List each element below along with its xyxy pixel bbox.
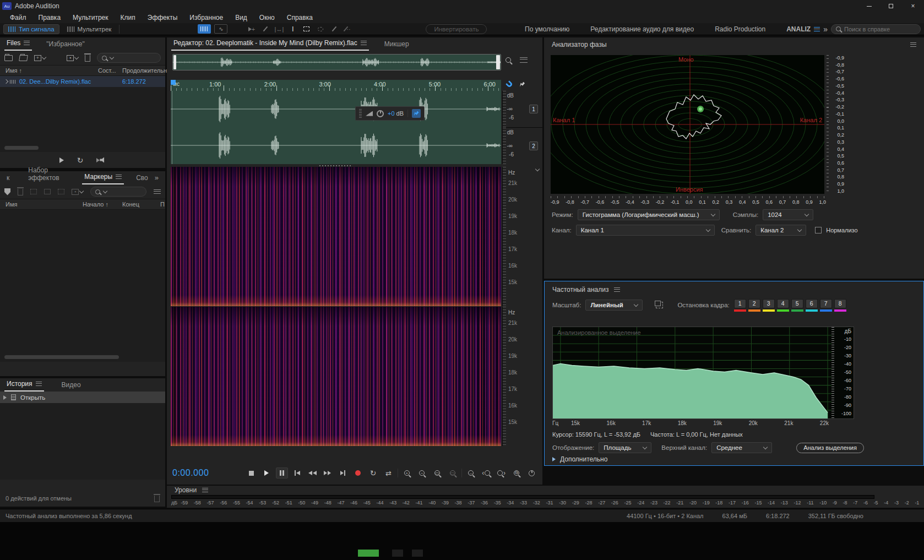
multitrack-mode-button[interactable]: Мультитрек [63, 24, 116, 34]
spot-healing-tool-button[interactable]: ·· [343, 25, 353, 34]
advanced-label[interactable]: Дополнительно [560, 455, 607, 463]
hold-frame-button[interactable]: 2 [748, 299, 760, 312]
menu-item[interactable]: Избранное [184, 13, 229, 23]
workspace-overflow-chevrons[interactable]: » [823, 25, 828, 34]
file-name[interactable]: 02. Dee...Dilby Remix).flac [19, 78, 91, 85]
channel-1-button[interactable]: 1 [529, 105, 538, 113]
channel-2-button[interactable]: 2 [529, 142, 538, 150]
tab-history[interactable]: История [4, 380, 44, 392]
insert-into-session-icon[interactable] [44, 189, 51, 194]
db-scale-channel-2[interactable]: dB -∞ -6 2 [502, 127, 542, 164]
display-options-icon[interactable] [520, 57, 528, 63]
tab-editor[interactable]: Редактор: 02. Deeplomatik - Inside My Mi… [171, 39, 369, 51]
taskbar-icon[interactable] [358, 550, 379, 557]
waveform-mode-button[interactable]: Тип сигнала [3, 24, 59, 34]
invert-button[interactable]: Инвертировать [426, 24, 487, 34]
workspace-analiz-active[interactable]: ANALIZ [786, 25, 811, 33]
skip-to-start-button[interactable] [291, 467, 303, 479]
export-markers-icon[interactable] [58, 189, 64, 194]
normalize-checkbox[interactable] [815, 227, 822, 233]
slip-tool-button[interactable]: |↔| [274, 25, 284, 34]
hold-frame-button[interactable]: 6 [806, 299, 818, 312]
compare-dropdown[interactable]: Канал 2 [755, 225, 806, 236]
markers-col-name[interactable]: Имя [0, 201, 17, 208]
zoom-out-time-button[interactable]: − [416, 467, 428, 479]
panel-menu-icon[interactable] [202, 488, 208, 492]
scale-dropdown-icon[interactable] [535, 167, 540, 171]
snapshot-icon[interactable] [656, 302, 663, 308]
taskbar-icon[interactable] [412, 550, 423, 557]
advanced-disclosure-icon[interactable] [552, 457, 556, 461]
close-button[interactable]: × [902, 0, 924, 12]
menu-item[interactable]: Вид [230, 13, 253, 23]
menu-item[interactable]: Мультитрек [67, 13, 113, 23]
files-col-duration[interactable]: Продолжительн. [122, 67, 169, 74]
tab-mixer[interactable]: Микшер [382, 40, 411, 51]
zoom-reset-button[interactable]: ⧉ [510, 467, 523, 479]
menu-item[interactable]: Правка [33, 13, 67, 23]
batch-icon[interactable]: ▪ [72, 189, 83, 195]
markers-column-header[interactable]: Имя Начало ↑ Конец П [0, 199, 165, 210]
samples-dropdown[interactable]: 1024 [763, 209, 813, 220]
new-file-button[interactable]: + [34, 55, 46, 61]
tab-markers[interactable]: Маркеры [82, 173, 124, 184]
marquee-selection-tool-button[interactable] [301, 25, 312, 34]
panel-menu-icon[interactable] [614, 287, 620, 292]
scale-dropdown[interactable]: Линейный [585, 300, 643, 311]
hz-scale-channel-1[interactable]: Hz 21k20k19k18k17k16k15k [502, 167, 542, 306]
zoom-navigate-button[interactable]: ↔ [465, 467, 477, 479]
menu-item[interactable]: Эффекты [142, 13, 183, 23]
menu-item[interactable]: Справка [281, 13, 318, 23]
zoom-right-edge-button[interactable]: › [495, 467, 508, 479]
loop-playback-button[interactable]: ↻ [77, 156, 84, 165]
zoom-full-button[interactable]: ▭ [446, 467, 459, 479]
waveform-display[interactable]: +0 dB [171, 91, 501, 164]
play-button[interactable] [260, 467, 273, 479]
files-hscrollbar[interactable] [4, 146, 39, 150]
merge-markers-icon[interactable] [30, 189, 37, 194]
files-column-header[interactable]: Имя ↑ Сост... Продолжительн. [0, 65, 165, 76]
gain-hud[interactable]: +0 dB [355, 106, 425, 121]
delete-marker-icon[interactable] [18, 189, 23, 195]
workspace-edit-audio-video[interactable]: Редактирование аудио для видео [590, 25, 694, 33]
overview-left-handle[interactable] [173, 55, 176, 69]
help-search-box[interactable] [831, 24, 921, 34]
snap-magnet-icon[interactable] [506, 80, 513, 88]
timer-button[interactable] [525, 467, 538, 479]
markers-col-end[interactable]: Конец [122, 201, 139, 208]
workspace-default[interactable]: По умолчанию [525, 25, 569, 33]
auto-play-button[interactable] [96, 157, 106, 163]
playhead-marker[interactable] [171, 80, 176, 85]
db-scale-channel-1[interactable]: dB -∞ -6 1 [502, 91, 542, 127]
open-file-icon[interactable] [4, 55, 13, 61]
zoom-navigate-icon[interactable] [506, 57, 511, 63]
file-row[interactable]: 02. Dee...Dilby Remix).flac 6:18.272 [0, 76, 165, 87]
hud-pin-button[interactable] [412, 109, 421, 118]
workspace-radio-production[interactable]: Radio Production [715, 25, 765, 33]
help-search-input[interactable] [844, 26, 916, 32]
mode-dropdown[interactable]: Гистограмма (Логарифмический масш.) [578, 209, 720, 220]
top-channel-dropdown[interactable]: Среднее [711, 442, 772, 453]
timeline-ruler[interactable]: мс 1:002:003:004:005:006:00 [171, 80, 501, 91]
tab-files[interactable]: Files [4, 39, 32, 51]
marker-list-view-icon[interactable] [154, 189, 161, 194]
markers-col-p[interactable]: П [160, 201, 165, 208]
move-tool-button[interactable]: + [246, 25, 257, 34]
hud-grip[interactable] [359, 109, 362, 118]
spectral-view-button[interactable]: ∿ [214, 24, 227, 34]
maximize-button[interactable] [880, 0, 902, 12]
files-col-name[interactable]: Имя [0, 67, 17, 74]
time-display[interactable]: 0:00.000 [172, 468, 209, 478]
time-selection-tool-button[interactable]: I [287, 25, 298, 34]
panel-menu-icon[interactable] [361, 41, 367, 45]
hold-frame-button[interactable]: 8 [834, 299, 846, 312]
panel-menu-icon[interactable] [36, 382, 42, 386]
tab-clipped-left[interactable]: к [4, 174, 12, 184]
rewind-button[interactable] [306, 467, 319, 479]
tab-effects-rack[interactable]: Набор эффектов [26, 166, 68, 184]
loop-playback-button[interactable]: ↻ [367, 467, 379, 479]
hold-frame-button[interactable]: 4 [777, 299, 789, 312]
history-item-open[interactable]: Открыть [0, 392, 165, 403]
hold-frame-button[interactable]: 3 [763, 299, 775, 312]
minimize-button[interactable] [858, 0, 880, 12]
